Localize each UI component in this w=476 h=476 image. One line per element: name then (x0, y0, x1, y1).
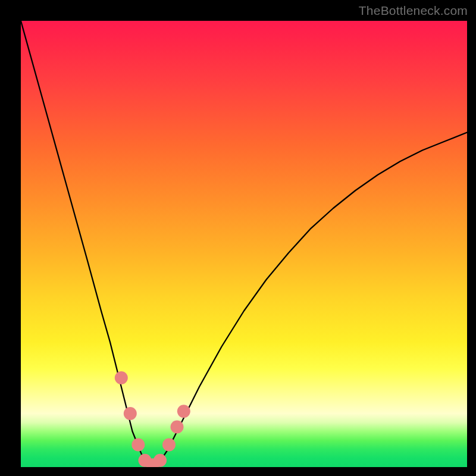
data-marker (162, 439, 176, 452)
bottleneck-curve (21, 21, 467, 467)
data-marker (177, 405, 190, 418)
data-marker (115, 371, 128, 384)
chart-frame: TheBottleneck.com (0, 0, 476, 476)
data-marker (131, 439, 145, 452)
data-marker (154, 454, 167, 467)
watermark-text: TheBottleneck.com (359, 4, 468, 18)
plot-area (21, 21, 467, 467)
marker-group (115, 371, 190, 467)
data-marker (171, 421, 184, 434)
curve-layer (21, 21, 467, 467)
data-marker (124, 407, 137, 420)
